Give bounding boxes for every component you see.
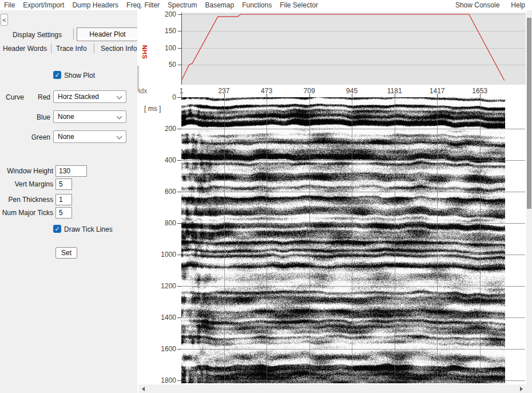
y-tick-mark	[178, 31, 181, 31]
vert-margins-label: Vert Margins	[0, 180, 53, 188]
idx-axis-label: idx	[138, 87, 147, 95]
y-tick-label: 50	[148, 61, 176, 69]
ms-tick-mark	[177, 286, 181, 287]
nhs-axis-label: NHS	[140, 42, 148, 62]
chevron-down-icon	[117, 114, 122, 120]
menu-item-help[interactable]: Help	[505, 0, 531, 10]
ms-tick-mark	[177, 380, 181, 381]
green-curve-value: None	[58, 131, 74, 142]
gridline-v	[352, 97, 352, 383]
window-height-label: Window Height	[0, 167, 53, 175]
ms-tick-mark	[177, 223, 181, 224]
gridline-v	[480, 97, 481, 383]
menu-items-group: FileExport/ImportDump HeadersFreq. Filte…	[0, 1, 322, 9]
header-plot	[181, 13, 526, 85]
blue-channel-label: Blue	[22, 113, 50, 121]
menu-item-export-import[interactable]: Export/Import	[19, 0, 68, 10]
tab-separator	[94, 43, 94, 53]
num-major-ticks-input[interactable]	[55, 207, 72, 219]
ms-tick-label: 1000	[148, 251, 176, 259]
set-button[interactable]: Set	[55, 247, 77, 259]
gridline-v	[437, 97, 438, 383]
ms-tick-mark	[177, 317, 181, 318]
ms-tick-label: 0	[148, 93, 176, 101]
gridline-v	[224, 97, 225, 383]
app-window: FileExport/ImportDump HeadersFreq. Filte…	[0, 0, 532, 393]
menu-item-functions[interactable]: Functions	[238, 0, 276, 10]
menu-right-group: Show ConsoleHelp	[450, 0, 531, 10]
ms-tick-mark	[177, 160, 181, 161]
ms-tick-label: 1800	[148, 376, 176, 384]
window-height-input[interactable]	[55, 165, 87, 177]
pen-thickness-input[interactable]	[55, 194, 72, 205]
red-curve-select[interactable]: Horz Stacked	[53, 90, 126, 103]
gridline-h	[181, 192, 525, 192]
pen-thickness-label: Pen Thickness	[0, 196, 53, 204]
draw-tick-lines-checkbox[interactable]: ✓	[53, 225, 61, 233]
menu-item-file-selector[interactable]: File Selector	[276, 0, 322, 10]
menu-item-dump-headers[interactable]: Dump Headers	[68, 0, 122, 10]
ms-tick-label: 600	[148, 188, 176, 196]
gridline-h	[181, 223, 525, 224]
tab-section-info[interactable]: Section Info	[101, 45, 137, 53]
menu-item-spectrum[interactable]: Spectrum	[164, 0, 201, 10]
ms-tick-mark	[177, 129, 181, 129]
green-channel-label: Green	[22, 133, 50, 141]
ms-tick-mark	[177, 255, 181, 255]
tab-separator	[51, 43, 51, 53]
red-curve-value: Horz Stacked	[58, 91, 99, 102]
blue-curve-select[interactable]: None	[53, 110, 126, 123]
chevron-down-icon	[117, 94, 122, 100]
red-channel-label: Red	[22, 93, 50, 101]
ms-tick-label: 1600	[148, 345, 176, 353]
ms-tick-label: 1400	[148, 313, 176, 321]
blue-curve-value: None	[58, 111, 74, 122]
y-tick-mark	[178, 48, 181, 49]
gridline-h	[181, 380, 525, 381]
vertical-scrollbar[interactable]	[526, 10, 532, 384]
ms-tick-label: 200	[148, 125, 176, 133]
scrollbar-corner	[526, 384, 532, 393]
tab-separator	[73, 29, 74, 39]
gridline-h	[181, 286, 525, 287]
header-curve	[182, 13, 526, 85]
y-tick-mark	[178, 65, 181, 65]
vert-margins-input[interactable]	[55, 178, 72, 190]
num-major-ticks-label: Num Major Ticks	[0, 209, 53, 217]
gridline-h	[181, 160, 525, 161]
seismic-image	[181, 97, 505, 383]
scroll-right-arrow-icon[interactable]	[520, 387, 523, 391]
y-tick-label: 200	[148, 10, 176, 18]
show-plot-label: Show Plot	[64, 72, 95, 80]
ms-axis-label: [ ms ]	[144, 105, 161, 113]
green-curve-select[interactable]: None	[53, 130, 126, 143]
y-tick-label: 100	[148, 44, 176, 52]
horizontal-scrollbar[interactable]	[138, 384, 526, 393]
menu-item-show-console[interactable]: Show Console	[450, 0, 505, 10]
menu-bar: FileExport/ImportDump HeadersFreq. Filte…	[0, 0, 532, 11]
gridline-h	[181, 349, 525, 350]
gridline-v	[395, 97, 395, 383]
ms-tick-mark	[177, 349, 181, 350]
tab-display-settings[interactable]: Display Settings	[13, 31, 62, 39]
gridline-h	[181, 255, 525, 255]
ms-tick-mark	[177, 192, 181, 192]
menu-item-file[interactable]: File	[0, 0, 19, 10]
menu-item-basemap[interactable]: Basemap	[201, 0, 238, 10]
chevron-down-icon	[117, 134, 122, 140]
ms-tick-label: 400	[148, 156, 176, 164]
left-panel: < Display Settings Header Plot Header Wo…	[0, 10, 137, 393]
tab-header-plot[interactable]: Header Plot	[77, 27, 138, 41]
draw-tick-lines-label: Draw Tick Lines	[64, 225, 113, 233]
show-plot-checkbox[interactable]: ✓	[53, 71, 61, 79]
vertical-scrollbar-thumb[interactable]	[527, 18, 531, 209]
ms-tick-label: 1200	[148, 282, 176, 290]
menu-item-freq-filter[interactable]: Freq. Filter	[122, 0, 164, 10]
scroll-left-arrow-icon[interactable]	[142, 387, 145, 391]
tab-trace-info[interactable]: Trace Info	[56, 45, 87, 53]
gridline-h	[181, 129, 525, 129]
tab-header-words[interactable]: Header Words	[3, 45, 47, 53]
gridline-v	[267, 97, 267, 383]
ms-tick-mark	[177, 97, 181, 98]
collapse-panel-button[interactable]: <	[1, 14, 8, 26]
